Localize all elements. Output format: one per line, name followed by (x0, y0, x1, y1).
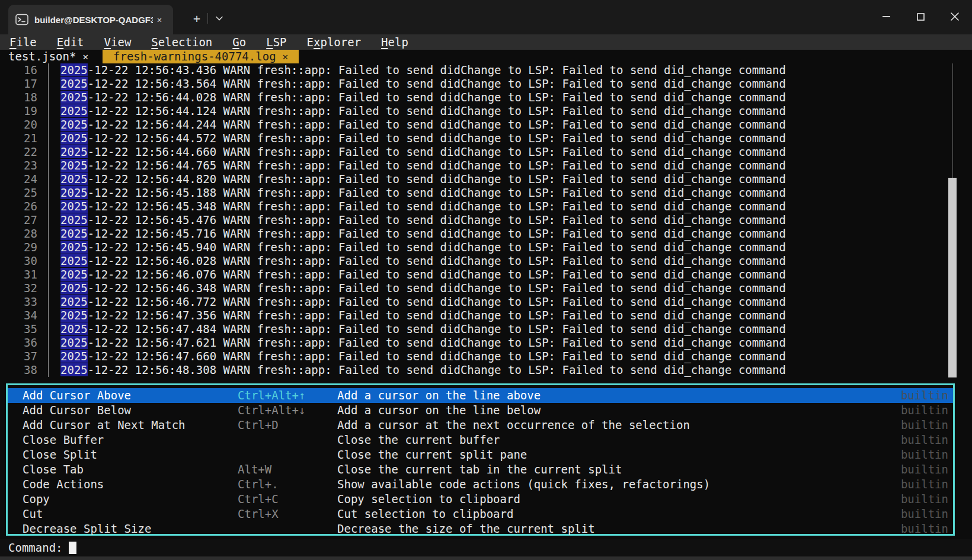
log-line-text: 2025-12-22 12:56:46.028 WARN fresh::app:… (60, 254, 786, 268)
palette-row-code-actions[interactable]: Code ActionsCtrl+.Show available code ac… (8, 477, 953, 492)
menu-item-view[interactable]: View (104, 36, 132, 49)
log-line[interactable]: 322025-12-22 12:56:46.348 WARN fresh::ap… (0, 281, 972, 295)
log-line[interactable]: 212025-12-22 12:56:44.572 WARN fresh::ap… (0, 132, 972, 145)
log-line[interactable]: 252025-12-22 12:56:45.188 WARN fresh::ap… (0, 186, 972, 200)
log-editor[interactable]: 162025-12-22 12:56:43.436 WARN fresh::ap… (0, 63, 972, 377)
command-name: Copy (23, 492, 238, 507)
menu-item-edit[interactable]: Edit (57, 36, 84, 49)
command-shortcut: Ctrl+X (238, 507, 337, 521)
line-number: 36 (0, 336, 37, 350)
log-line[interactable]: 302025-12-22 12:56:46.028 WARN fresh::ap… (0, 254, 972, 268)
log-line[interactable]: 332025-12-22 12:56:46.772 WARN fresh::ap… (0, 295, 972, 309)
new-tab-button[interactable]: + (188, 11, 206, 26)
editor-tab-close-icon[interactable]: ✕ (283, 50, 289, 63)
search-match-highlight: 2025 (60, 132, 88, 145)
log-line[interactable]: 282025-12-22 12:56:45.716 WARN fresh::ap… (0, 227, 972, 241)
command-description: Cut selection to clipboard (337, 507, 901, 521)
command-shortcut: Ctrl+Alt+↑ (238, 388, 337, 403)
menu-item-go[interactable]: Go (232, 36, 246, 49)
text-cursor (69, 542, 76, 554)
line-number: 35 (0, 322, 37, 336)
command-shortcut: Ctrl+. (238, 477, 337, 492)
log-line[interactable]: 362025-12-22 12:56:47.621 WARN fresh::ap… (0, 336, 972, 350)
palette-row-add-cursor-at-next-match[interactable]: Add Cursor at Next MatchCtrl+DAdd a curs… (8, 418, 953, 433)
log-line-text: 2025-12-22 12:56:47.660 WARN fresh::app:… (60, 350, 786, 363)
palette-row-decrease-split-size[interactable]: Decrease Split SizeDecrease the size of … (8, 521, 953, 536)
command-name: Code Actions (23, 477, 238, 492)
line-number: 30 (0, 254, 37, 268)
search-match-highlight: 2025 (60, 145, 88, 158)
command-shortcut: Ctrl+Alt+↓ (238, 403, 337, 418)
command-palette: Add Cursor AboveCtrl+Alt+↑Add a cursor o… (6, 383, 955, 536)
search-match-highlight: 2025 (60, 213, 88, 226)
log-line[interactable]: 202025-12-22 12:56:44.244 WARN fresh::ap… (0, 118, 972, 132)
editor-tab-fresh-warnings-40774-log[interactable]: fresh-warnings-40774.log✕ (103, 50, 299, 63)
titlebar: builder@DESKTOP-QADGF36: ✕ + (0, 0, 972, 34)
line-number: 22 (0, 145, 37, 159)
log-line[interactable]: 232025-12-22 12:56:44.765 WARN fresh::ap… (0, 159, 972, 172)
minimize-button[interactable] (869, 0, 903, 33)
menu-item-selection[interactable]: Selection (151, 36, 212, 49)
log-line-text: 2025-12-22 12:56:46.076 WARN fresh::app:… (60, 268, 786, 281)
log-line[interactable]: 262025-12-22 12:56:45.348 WARN fresh::ap… (0, 200, 972, 213)
log-line[interactable]: 172025-12-22 12:56:43.564 WARN fresh::ap… (0, 77, 972, 91)
menu-item-lsp[interactable]: LSP (266, 36, 286, 49)
search-match-highlight: 2025 (60, 104, 88, 117)
search-match-highlight: 2025 (60, 77, 88, 90)
search-match-highlight: 2025 (60, 268, 88, 281)
line-number: 27 (0, 213, 37, 227)
search-match-highlight: 2025 (60, 186, 88, 199)
command-bar[interactable]: Command: (0, 539, 972, 556)
line-number: 31 (0, 268, 37, 281)
menu-bar: FileEditViewSelectionGoLSPExplorerHelp (0, 34, 972, 50)
command-source: builtin (901, 447, 953, 462)
line-number: 37 (0, 350, 37, 363)
scrollbar-thumb[interactable] (948, 178, 957, 377)
palette-row-add-cursor-above[interactable]: Add Cursor AboveCtrl+Alt+↑Add a cursor o… (8, 388, 953, 403)
command-name: Add Cursor at Next Match (23, 418, 238, 433)
menu-item-file[interactable]: File (9, 36, 37, 49)
log-line[interactable]: 382025-12-22 12:56:48.308 WARN fresh::ap… (0, 363, 972, 377)
log-line[interactable]: 272025-12-22 12:56:45.476 WARN fresh::ap… (0, 213, 972, 227)
command-description: Add a cursor on the line below (337, 403, 901, 418)
command-name: Add Cursor Above (23, 388, 238, 403)
maximize-button[interactable] (903, 0, 938, 33)
line-number: 23 (0, 159, 37, 172)
menu-item-help[interactable]: Help (381, 36, 408, 49)
palette-row-close-buffer[interactable]: Close BufferClose the current bufferbuil… (8, 433, 953, 447)
log-line[interactable]: 312025-12-22 12:56:46.076 WARN fresh::ap… (0, 268, 972, 281)
log-line[interactable]: 242025-12-22 12:56:44.820 WARN fresh::ap… (0, 172, 972, 186)
terminal-tab-close-icon[interactable]: ✕ (153, 13, 166, 26)
palette-row-close-split[interactable]: Close SplitClose the current split paneb… (8, 447, 953, 462)
search-match-highlight: 2025 (60, 309, 88, 322)
tab-dropdown-button[interactable] (210, 11, 228, 26)
log-line[interactable]: 162025-12-22 12:56:43.436 WARN fresh::ap… (0, 63, 972, 77)
editor-tab-test-json-[interactable]: test.json*✕ (8, 50, 88, 63)
log-line[interactable]: 292025-12-22 12:56:45.940 WARN fresh::ap… (0, 241, 972, 254)
maximize-icon (917, 13, 925, 21)
palette-row-add-cursor-below[interactable]: Add Cursor BelowCtrl+Alt+↓Add a cursor o… (8, 403, 953, 418)
log-line-text: 2025-12-22 12:56:48.308 WARN fresh::app:… (60, 363, 786, 377)
log-line[interactable]: 372025-12-22 12:56:47.660 WARN fresh::ap… (0, 350, 972, 363)
terminal-tab[interactable]: builder@DESKTOP-QADGF36: ✕ (8, 5, 173, 34)
line-number: 19 (0, 104, 37, 118)
command-source: builtin (901, 388, 953, 403)
cmd-icon (15, 14, 28, 25)
log-line-text: 2025-12-22 12:56:44.028 WARN fresh::app:… (60, 91, 786, 104)
palette-row-copy[interactable]: CopyCtrl+CCopy selection to clipboardbui… (8, 492, 953, 507)
log-line[interactable]: 352025-12-22 12:56:47.484 WARN fresh::ap… (0, 322, 972, 336)
log-line[interactable]: 192025-12-22 12:56:44.124 WARN fresh::ap… (0, 104, 972, 118)
log-line[interactable]: 342025-12-22 12:56:47.356 WARN fresh::ap… (0, 309, 972, 322)
palette-row-close-tab[interactable]: Close TabAlt+WClose the current tab in t… (8, 462, 953, 477)
log-line-text: 2025-12-22 12:56:46.348 WARN fresh::app:… (60, 281, 786, 295)
editor-tab-close-icon[interactable]: ✕ (82, 50, 88, 63)
log-line[interactable]: 182025-12-22 12:56:44.028 WARN fresh::ap… (0, 91, 972, 104)
search-match-highlight: 2025 (60, 336, 88, 349)
line-number: 34 (0, 309, 37, 322)
close-button[interactable] (938, 0, 972, 33)
log-line[interactable]: 222025-12-22 12:56:44.660 WARN fresh::ap… (0, 145, 972, 159)
search-match-highlight: 2025 (60, 350, 88, 363)
palette-row-cut[interactable]: CutCtrl+XCut selection to clipboardbuilt… (8, 507, 953, 521)
command-name: Cut (23, 507, 238, 521)
menu-item-explorer[interactable]: Explorer (307, 36, 362, 49)
